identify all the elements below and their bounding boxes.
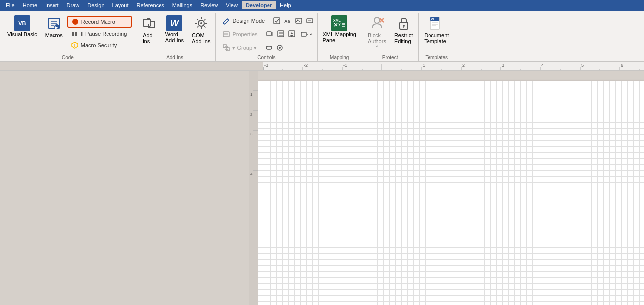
combo-box-icon[interactable]	[265, 29, 275, 39]
svg-text:!: !	[74, 43, 75, 48]
aa-large-icon[interactable]: Aa	[283, 16, 293, 26]
svg-text:2: 2	[250, 112, 253, 117]
com-addins-button[interactable]: COMAdd-ins	[188, 13, 214, 46]
xml-mapping-label: XML MappingPane	[323, 31, 356, 43]
button-icon[interactable]	[264, 43, 274, 53]
record-macro-label: Record Macro	[81, 19, 115, 25]
svg-text:3: 3	[250, 132, 253, 136]
menu-view[interactable]: View	[222, 1, 242, 9]
svg-rect-12	[147, 18, 150, 20]
svg-rect-34	[271, 32, 273, 36]
properties-icon	[222, 30, 230, 38]
menu-home[interactable]: Home	[19, 1, 41, 9]
menu-bar: File Home Insert Draw Design Layout Refe…	[0, 0, 644, 11]
list-box-icon[interactable]	[276, 29, 286, 39]
document-page[interactable]	[258, 81, 644, 305]
ribbon-group-protect: BlockAuthors RestrictEditing Protect	[362, 13, 419, 61]
visual-basic-button[interactable]: VB Visual Basic	[4, 13, 41, 39]
main-area: 1 2 3 4	[0, 71, 644, 305]
menu-design[interactable]: Design	[83, 1, 108, 9]
document-template-label: DocumentTemplate	[424, 32, 449, 44]
checkbox-icon[interactable]	[272, 16, 282, 26]
record-macro-icon	[71, 18, 79, 26]
group-label: ▾ Group ▾	[232, 45, 257, 51]
svg-rect-30	[223, 32, 229, 37]
addins-label: Add-ins	[143, 32, 154, 44]
macro-security-label: Macro Security	[81, 42, 117, 48]
templates-group-items: W DocumentTemplate	[421, 13, 452, 54]
vb-icon-box: VB	[14, 15, 30, 31]
document-template-button[interactable]: W DocumentTemplate	[421, 13, 452, 46]
menu-draw[interactable]: Draw	[63, 1, 84, 9]
spin-button-icon[interactable]	[287, 29, 297, 39]
svg-point-6	[72, 19, 78, 25]
design-mode-button[interactable]: Design Mode	[218, 15, 269, 27]
svg-line-19	[197, 19, 198, 21]
macro-security-button[interactable]: ! Macro Security	[67, 40, 132, 51]
image-control-icon[interactable]	[294, 16, 304, 26]
svg-line-23	[227, 19, 229, 20]
macros-icon: ▶	[46, 15, 62, 32]
addins-button[interactable]: Add-ins	[136, 13, 161, 46]
xml-mapping-icon: XML	[331, 15, 347, 31]
addins-icon	[141, 15, 157, 32]
macros-button[interactable]: ▶ Macros	[42, 13, 66, 40]
code-small-buttons: Record Macro II Pause Recording	[67, 13, 132, 51]
pause-recording-button[interactable]: II Pause Recording	[67, 28, 132, 39]
svg-rect-44	[266, 46, 272, 49]
xml-icon-box: XML	[331, 15, 347, 31]
restrict-editing-icon	[396, 15, 412, 32]
svg-text:4: 4	[541, 63, 544, 68]
legacy-tools-dropdown[interactable]	[298, 29, 315, 40]
sidebar-left: 1 2 3 4	[0, 71, 258, 305]
menu-references[interactable]: References	[133, 1, 168, 9]
record-macro-button[interactable]: Record Macro	[67, 16, 132, 28]
document-template-icon: W	[429, 15, 444, 32]
menu-insert[interactable]: Insert	[41, 1, 63, 9]
svg-line-20	[204, 26, 205, 28]
addins-group-items: Add-ins W WordAdd-ins	[136, 13, 214, 54]
templates-group-label: Templates	[421, 54, 452, 61]
xml-mapping-pane-button[interactable]: XML XML MappingPane	[320, 13, 360, 45]
visual-basic-label: Visual Basic	[7, 31, 37, 37]
svg-rect-61	[263, 62, 644, 70]
menu-review[interactable]: Review	[196, 1, 222, 9]
menu-mailings[interactable]: Mailings	[168, 1, 196, 9]
svg-point-14	[200, 22, 202, 24]
menu-help[interactable]: Help	[276, 1, 295, 9]
svg-rect-24	[274, 18, 280, 24]
restrict-editing-label: RestrictEditing	[394, 32, 413, 44]
code-group-items: VB Visual Basic ▶ Macros	[4, 13, 132, 54]
menu-file[interactable]: File	[2, 1, 19, 9]
properties-label: Properties	[232, 31, 257, 37]
vertical-ruler-svg: 1 2 3 4	[249, 71, 258, 269]
block-authors-button[interactable]: BlockAuthors	[364, 13, 390, 50]
svg-text:XML: XML	[333, 19, 341, 22]
word-icon: W	[166, 15, 182, 31]
svg-text:-3: -3	[264, 63, 268, 68]
svg-rect-40	[301, 32, 306, 36]
svg-point-46	[279, 47, 281, 49]
properties-button[interactable]: Properties	[218, 28, 262, 40]
block-authors-dropdown-icon	[375, 44, 379, 48]
option-button-icon[interactable]	[275, 43, 285, 53]
svg-text:-1: -1	[343, 63, 347, 68]
controls-group-label: Controls	[218, 54, 315, 61]
group-button[interactable]: ▾ Group ▾	[218, 42, 261, 54]
ribbon-group-mapping: XML XML MappingPane Mapping	[318, 13, 362, 61]
ruler-main: -3 -2 -1 1 2 3 4	[263, 62, 644, 70]
word-addins-button[interactable]: W WordAdd-ins	[162, 13, 187, 45]
svg-line-21	[204, 19, 205, 21]
svg-rect-7	[72, 32, 74, 36]
pause-recording-label: II Pause Recording	[81, 31, 127, 37]
ribbon-group-templates: W DocumentTemplate Templates	[419, 13, 454, 61]
visual-basic-icon: VB	[14, 15, 30, 31]
svg-text:6: 6	[621, 63, 623, 68]
svg-text:W: W	[431, 17, 434, 21]
addins-group-label: Add-ins	[136, 54, 214, 61]
menu-layout[interactable]: Layout	[108, 1, 133, 9]
text-control-icon[interactable]	[305, 16, 315, 26]
menu-developer[interactable]: Developer	[242, 1, 276, 9]
restrict-editing-button[interactable]: RestrictEditing	[391, 13, 416, 46]
grid-paper	[258, 81, 644, 305]
